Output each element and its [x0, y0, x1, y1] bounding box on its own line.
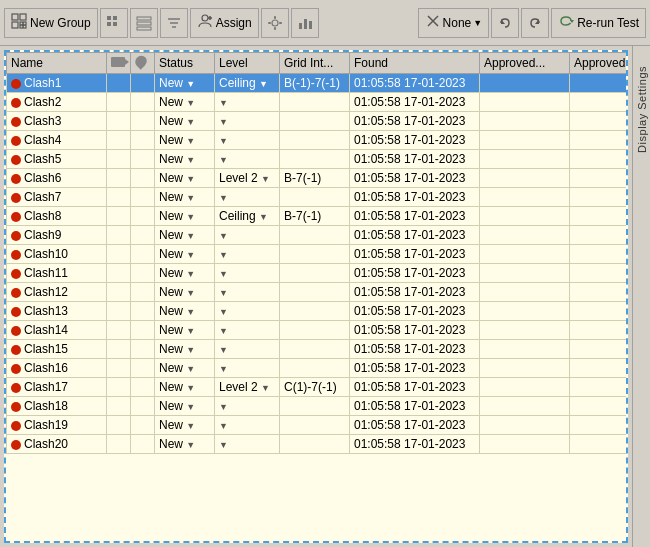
status-dropdown-icon[interactable]: ▼ [186, 383, 195, 393]
status-dropdown-icon[interactable]: ▼ [186, 269, 195, 279]
level-dropdown-icon[interactable]: ▼ [219, 231, 228, 241]
status-dropdown-icon[interactable]: ▼ [186, 421, 195, 431]
level-dropdown-icon[interactable]: ▼ [219, 364, 228, 374]
display-settings-sidebar[interactable]: Display Settings [632, 46, 650, 547]
cell-gridint [280, 340, 350, 359]
cell-level: ▼ [215, 283, 280, 302]
redo-button[interactable] [521, 8, 549, 38]
col-header-found[interactable]: Found [350, 53, 480, 74]
icon-btn-3[interactable] [160, 8, 188, 38]
col-header-level[interactable]: Level [215, 53, 280, 74]
table-row[interactable]: Clash16New ▼ ▼01:05:58 17-01-2023 [7, 359, 629, 378]
cell-gridint [280, 93, 350, 112]
table-row[interactable]: Clash3New ▼ ▼01:05:58 17-01-2023 [7, 112, 629, 131]
status-dropdown-icon[interactable]: ▼ [186, 345, 195, 355]
level-dropdown-icon[interactable]: ▼ [219, 193, 228, 203]
status-dropdown-icon[interactable]: ▼ [186, 250, 195, 260]
col-header-name[interactable]: Name [7, 53, 107, 74]
table-row[interactable]: Clash15New ▼ ▼01:05:58 17-01-2023 [7, 340, 629, 359]
status-dropdown-icon[interactable]: ▼ [186, 364, 195, 374]
table-row[interactable]: Clash17New ▼Level 2 ▼C(1)-7(-1)01:05:58 … [7, 378, 629, 397]
status-dropdown-icon[interactable]: ▼ [186, 231, 195, 241]
cell-approved [570, 150, 629, 169]
col-header-approved[interactable]: Approved [570, 53, 629, 74]
status-dropdown-icon[interactable]: ▼ [186, 117, 195, 127]
table-row[interactable]: Clash12New ▼ ▼01:05:58 17-01-2023 [7, 283, 629, 302]
level-dropdown-icon[interactable]: ▼ [219, 345, 228, 355]
level-dropdown-icon[interactable]: ▼ [219, 155, 228, 165]
status-dropdown-icon[interactable]: ▼ [186, 155, 195, 165]
col-header-cam[interactable] [107, 53, 131, 74]
table-row[interactable]: Clash1New ▼Ceiling ▼B(-1)-7(-1)01:05:58 … [7, 74, 629, 93]
table-container[interactable]: Name Status Level Grid Int... Found Appr… [4, 50, 628, 543]
level-dropdown-icon[interactable]: ▼ [219, 326, 228, 336]
status-dropdown-icon[interactable]: ▼ [186, 288, 195, 298]
level-dropdown-icon[interactable]: ▼ [219, 402, 228, 412]
cell-name: Clash9 [7, 226, 107, 245]
level-dropdown-icon[interactable]: ▼ [219, 421, 228, 431]
status-dropdown-icon[interactable]: ▼ [186, 98, 195, 108]
col-header-gridint[interactable]: Grid Int... [280, 53, 350, 74]
status-dropdown-icon[interactable]: ▼ [186, 174, 195, 184]
clash-name: Clash9 [24, 228, 61, 242]
new-group-button[interactable]: New Group [4, 8, 98, 38]
svg-rect-23 [279, 22, 282, 24]
col-header-approved-by[interactable]: Approved... [480, 53, 570, 74]
status-dropdown-icon[interactable]: ▼ [186, 193, 195, 203]
icon-btn-1[interactable] [100, 8, 128, 38]
table-row[interactable]: Clash9New ▼ ▼01:05:58 17-01-2023 [7, 226, 629, 245]
table-row[interactable]: Clash4New ▼ ▼01:05:58 17-01-2023 [7, 131, 629, 150]
rerun-test-button[interactable]: Re-run Test [551, 8, 646, 38]
status-dropdown-icon[interactable]: ▼ [186, 136, 195, 146]
level-dropdown-icon[interactable]: ▼ [219, 98, 228, 108]
status-dropdown-icon[interactable]: ▼ [186, 326, 195, 336]
level-dropdown-icon[interactable]: ▼ [259, 79, 268, 89]
cell-level: ▼ [215, 245, 280, 264]
cell-comment [131, 302, 155, 321]
cell-camera [107, 321, 131, 340]
level-dropdown-icon[interactable]: ▼ [219, 117, 228, 127]
table-row[interactable]: Clash2New ▼ ▼01:05:58 17-01-2023 [7, 93, 629, 112]
table-row[interactable]: Clash5New ▼ ▼01:05:58 17-01-2023 [7, 150, 629, 169]
cell-status: New ▼ [155, 321, 215, 340]
table-row[interactable]: Clash6New ▼Level 2 ▼B-7(-1)01:05:58 17-0… [7, 169, 629, 188]
table-row[interactable]: Clash10New ▼ ▼01:05:58 17-01-2023 [7, 245, 629, 264]
status-dropdown-icon[interactable]: ▼ [186, 212, 195, 222]
icon-btn-5[interactable] [291, 8, 319, 38]
icon-btn-2[interactable] [130, 8, 158, 38]
table-row[interactable]: Clash20New ▼ ▼01:05:58 17-01-2023 [7, 435, 629, 454]
cell-name: Clash17 [7, 378, 107, 397]
level-dropdown-icon[interactable]: ▼ [219, 136, 228, 146]
table-row[interactable]: Clash8New ▼Ceiling ▼B-7(-1)01:05:58 17-0… [7, 207, 629, 226]
status-dropdown-icon[interactable]: ▼ [186, 440, 195, 450]
none-dropdown-button[interactable]: None ▼ [418, 8, 490, 38]
table-row[interactable]: Clash11New ▼ ▼01:05:58 17-01-2023 [7, 264, 629, 283]
status-dropdown-icon[interactable]: ▼ [186, 79, 195, 89]
col-header-status[interactable]: Status [155, 53, 215, 74]
cell-approved [570, 112, 629, 131]
status-dropdown-icon[interactable]: ▼ [186, 402, 195, 412]
assign-button[interactable]: Assign [190, 8, 259, 38]
level-dropdown-icon[interactable]: ▼ [259, 212, 268, 222]
table-row[interactable]: Clash13New ▼ ▼01:05:58 17-01-2023 [7, 302, 629, 321]
table-row[interactable]: Clash18New ▼ ▼01:05:58 17-01-2023 [7, 397, 629, 416]
table-row[interactable]: Clash14New ▼ ▼01:05:58 17-01-2023 [7, 321, 629, 340]
table-row[interactable]: Clash7New ▼ ▼01:05:58 17-01-2023 [7, 188, 629, 207]
table-row[interactable]: Clash19New ▼ ▼01:05:58 17-01-2023 [7, 416, 629, 435]
level-dropdown-icon[interactable]: ▼ [219, 307, 228, 317]
level-dropdown-icon[interactable]: ▼ [219, 250, 228, 260]
status-value: New [159, 380, 183, 394]
level-dropdown-icon[interactable]: ▼ [219, 288, 228, 298]
level-dropdown-icon[interactable]: ▼ [219, 269, 228, 279]
undo-button[interactable] [491, 8, 519, 38]
icon-btn-4[interactable] [261, 8, 289, 38]
level-dropdown-icon[interactable]: ▼ [219, 440, 228, 450]
col-header-comment[interactable] [131, 53, 155, 74]
cell-status: New ▼ [155, 131, 215, 150]
rerun-icon [558, 13, 574, 32]
status-dropdown-icon[interactable]: ▼ [186, 307, 195, 317]
undo-icon [497, 15, 513, 31]
level-dropdown-icon[interactable]: ▼ [261, 383, 270, 393]
level-dropdown-icon[interactable]: ▼ [261, 174, 270, 184]
status-dot [11, 364, 21, 374]
